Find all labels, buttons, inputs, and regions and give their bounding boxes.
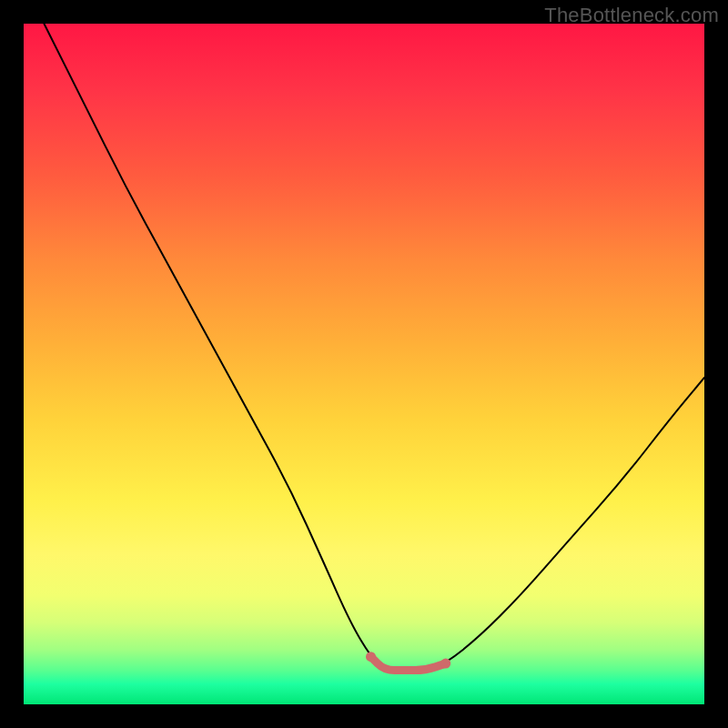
bottleneck-curve-svg: [24, 24, 704, 704]
highlight-curve-path: [370, 657, 445, 671]
highlight-dot: [440, 659, 450, 669]
chart-plot-area: [24, 24, 704, 704]
watermark-text: TheBottleneck.com: [544, 4, 719, 27]
highlight-dot: [366, 652, 376, 662]
main-curve-path: [44, 24, 704, 671]
